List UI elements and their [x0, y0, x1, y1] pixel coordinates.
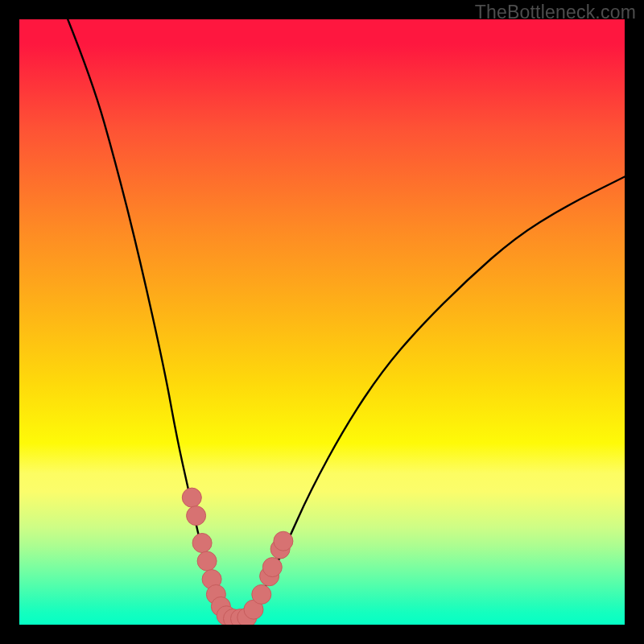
- curve-marker: [197, 551, 217, 571]
- bottleneck-curve-path: [68, 19, 625, 619]
- curve-markers: [182, 488, 293, 625]
- curve-marker: [274, 531, 293, 551]
- watermark-text: TheBottleneck.com: [475, 2, 636, 23]
- curve-marker: [262, 558, 282, 577]
- curve-marker: [192, 534, 212, 553]
- curve-marker: [182, 488, 201, 507]
- bottleneck-curve-svg: [19, 19, 625, 625]
- curve-marker: [187, 506, 206, 526]
- curve-marker: [252, 584, 271, 604]
- chart-plot-area: [19, 19, 625, 625]
